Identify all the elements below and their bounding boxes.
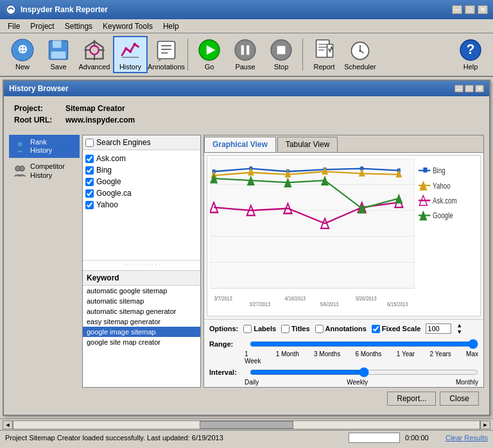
status-search-input[interactable] (349, 433, 400, 443)
scheduler-button[interactable]: Scheduler (343, 36, 377, 73)
pause-button[interactable]: Pause (228, 36, 263, 73)
nav-competitor-label2: History (30, 171, 65, 180)
status-text: Project Sitemap Creator loaded successfu… (5, 434, 343, 442)
nav-rank-history[interactable]: Rank History (9, 135, 80, 158)
range-1month: 1 Month (276, 350, 299, 365)
hw-minimize[interactable]: — (454, 85, 463, 92)
engine-googleca-checkbox[interactable] (85, 189, 94, 198)
range-slider[interactable] (250, 339, 478, 349)
annotations-label: Annotations (325, 325, 367, 332)
project-row: Project: Sitemap Creator (14, 104, 479, 113)
menu-file[interactable]: File (3, 21, 25, 32)
range-row: Range: (204, 338, 483, 350)
keyword-google-site-map-creator[interactable]: google site map creator (83, 337, 200, 347)
new-button[interactable]: ⊕ New (5, 36, 40, 73)
range-max: Max (466, 350, 478, 365)
range-6months: 6 Months (355, 350, 381, 365)
help-button[interactable]: ? Help (453, 36, 488, 73)
keyword-automatic-sitemap-generator[interactable]: automatic sitemap generator (83, 306, 200, 316)
range-marks: 1Week 1 Month 3 Months 6 Months 1 Year 2… (204, 350, 483, 366)
search-engines-checkbox[interactable] (85, 139, 94, 147)
range-1year: 1 Year (397, 350, 415, 365)
minimize-button[interactable]: — (452, 5, 462, 14)
menu-project[interactable]: Project (25, 21, 59, 32)
svg-point-39 (19, 166, 24, 171)
engine-askcom-checkbox[interactable] (85, 155, 94, 163)
engine-yahoo-checkbox[interactable] (85, 201, 94, 209)
save-button[interactable]: Save (41, 36, 76, 73)
keyword-google-image-sitemap[interactable]: google image sitemap (83, 327, 200, 337)
svg-rect-40 (210, 159, 415, 288)
keyword-automatic-google-sitemap[interactable]: automatic google sitemap (83, 286, 200, 296)
range-2years: 2 Years (429, 350, 451, 365)
new-label: New (15, 63, 30, 71)
scroll-track[interactable] (13, 420, 480, 429)
title-bar: Inspyder Rank Reporter — □ ✕ (0, 0, 493, 19)
svg-rect-25 (277, 46, 286, 55)
keyword-easy-sitemap-generator[interactable]: easy sitemap generator (83, 316, 200, 327)
annotations-button[interactable]: Annotations (149, 36, 184, 73)
fixed-scale-option[interactable]: Fixed Scale (372, 325, 421, 333)
svg-point-0 (6, 4, 15, 14)
svg-rect-5 (51, 51, 66, 58)
close-button[interactable]: ✕ (478, 5, 488, 14)
hw-close[interactable]: ✕ (475, 85, 484, 92)
advanced-button[interactable]: Advanced (77, 36, 112, 73)
rooturl-label: Root URL: (14, 116, 65, 125)
annotations-label: Annotations (148, 63, 185, 71)
status-time: 0:00:00 (405, 434, 440, 442)
project-label: Project: (14, 104, 65, 113)
engine-google-label: Google (96, 177, 121, 186)
engine-askcom: Ask.com (85, 153, 198, 164)
clear-results-button[interactable]: Clear Results (445, 434, 488, 442)
tab-graphical[interactable]: Graphical View (204, 137, 276, 152)
tab-tabular[interactable]: Tabular View (277, 137, 338, 152)
titles-option[interactable]: Titles (281, 325, 310, 333)
hw-controls: — □ ✕ (454, 85, 484, 92)
advanced-icon (83, 39, 106, 62)
scroll-left[interactable]: ◄ (3, 420, 13, 429)
report-label: Report (313, 63, 334, 71)
horizontal-scrollbar: ◄ ► (0, 418, 493, 430)
help-icon: ? (459, 39, 482, 62)
keyword-automatic-sitemap[interactable]: automatic sitemap (83, 296, 200, 306)
menu-settings[interactable]: Settings (60, 21, 98, 32)
hw-maximize[interactable]: □ (465, 85, 474, 92)
keyword-header: Keyword (83, 270, 200, 286)
history-button[interactable]: History (113, 36, 148, 73)
range-3months: 3 Months (314, 350, 340, 365)
menu-keyword-tools[interactable]: Keyword Tools (98, 21, 158, 32)
nav-rank-label2: History (30, 146, 52, 155)
interval-label: Interval: (209, 368, 245, 376)
hw-nav: Rank History (9, 135, 80, 388)
maximize-button[interactable]: □ (465, 5, 475, 14)
scroll-right[interactable]: ► (480, 420, 490, 429)
svg-text:Bing: Bing (433, 166, 445, 175)
go-button[interactable]: Go (192, 36, 227, 73)
close-button-footer[interactable]: Close (440, 392, 479, 406)
svg-text:Google: Google (433, 211, 453, 220)
engine-bing-checkbox[interactable] (85, 166, 94, 175)
save-label: Save (50, 63, 66, 71)
nav-competitor-history[interactable]: Competitor History (9, 159, 80, 182)
new-icon: ⊕ (11, 39, 34, 62)
titles-label: Titles (291, 325, 310, 332)
history-window: History Browser — □ ✕ Project: Sitemap C… (3, 80, 490, 416)
labels-option[interactable]: Labels (243, 325, 276, 333)
rooturl-value: www.inspyder.com (65, 116, 135, 125)
scheduler-icon (349, 39, 372, 62)
svg-point-12 (129, 50, 132, 53)
scroll-thumb[interactable] (200, 421, 293, 429)
engine-google-checkbox[interactable] (85, 178, 94, 186)
svg-point-37 (17, 141, 23, 147)
menu-help[interactable]: Help (158, 21, 184, 32)
report-button-footer[interactable]: Report... (387, 392, 436, 406)
app-logo (5, 4, 17, 15)
annotations-option[interactable]: Annotations (315, 325, 367, 333)
stop-button[interactable]: Stop (264, 36, 298, 73)
svg-text:3/27/2013: 3/27/2013 (249, 300, 270, 307)
interval-slider[interactable] (250, 367, 478, 377)
scale-value-input[interactable] (426, 323, 451, 334)
report-button[interactable]: Report (307, 36, 342, 73)
svg-point-13 (134, 43, 137, 46)
